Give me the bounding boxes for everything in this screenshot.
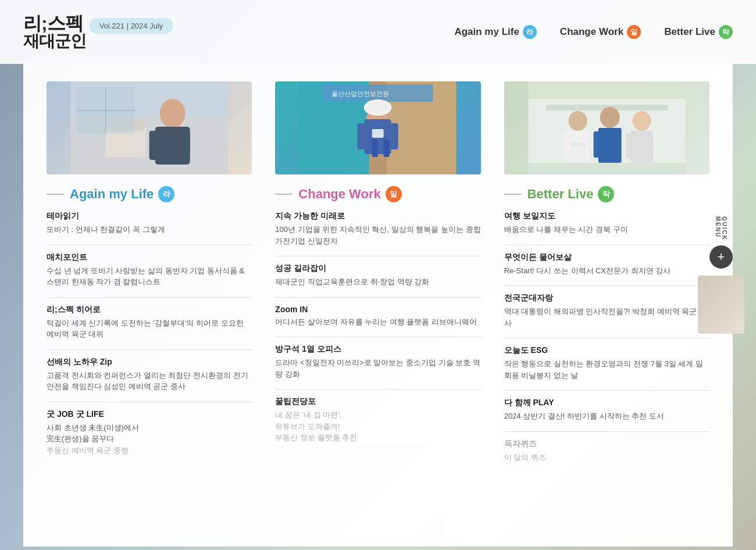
divider (47, 297, 252, 298)
header: 리;스펙 Vol.221 | 2024 July 재대군인 Again my L… (0, 0, 756, 64)
quick-menu-plus-button[interactable]: + (709, 245, 733, 269)
nav-change-work[interactable]: Change Work 일 (560, 25, 641, 39)
divider (275, 297, 480, 298)
item-title: 무엇이든 물어보살 (504, 252, 709, 263)
section-title-1: Again my Life 라 (70, 186, 174, 202)
nav-better-live[interactable]: Better Live 락 (664, 25, 733, 39)
column-better-live: Better Live 락 여행 보일지도 배움으로 나를 채우는 시간 경북 … (504, 81, 709, 472)
section-header-2: Change Work 일 (275, 186, 480, 202)
item-title: 테마읽기 (47, 211, 252, 222)
nav-label-3: Better Live (664, 26, 715, 38)
vol-badge: Vol.221 | 2024 July (89, 18, 174, 34)
columns: Again my Life 라 테마읽기 또바기 : 언제나 한결같이 꼭 그렇… (47, 81, 709, 472)
col3-items: 여행 보일지도 배움으로 나를 채우는 시간 경북 구미 무엇이든 물어보살 R… (504, 211, 709, 463)
list-item: 꿀팁전당포 내 꿈은 '내 집 마련', 유튜브가 도와줄게! 부동산 정보 플… (275, 397, 480, 444)
item-title: 매치포인트 (47, 252, 252, 263)
svg-rect-23 (384, 140, 390, 157)
col-image-3 (504, 81, 709, 174)
item-title: 오늘도 ESG (504, 345, 709, 356)
item-desc: 수십 년 넘게 또바기 사랑받는 삶의 동반자 기업 동서식품 & 스탠리 한재… (47, 265, 252, 288)
list-item: 전국군대자랑 역대 대통령이 해외파병 민사작전을?! 박정희 예비역 육군 상… (504, 293, 709, 328)
svg-rect-40 (569, 142, 586, 147)
nav-badge-2: 일 (627, 25, 641, 39)
nav-label-1: Again my Life (454, 26, 519, 38)
list-item: 선배의 노하우 Zip 고품격 전시회와 컨퍼런스가 열리는 최첨단 전시환경의… (47, 357, 252, 392)
list-item: 지속 가능한 미래로 100년 기업을 위한 지속적인 혁신, 일상의 행복을 … (275, 211, 480, 247)
thumbnail-image (698, 276, 744, 334)
divider (504, 431, 709, 432)
item-desc: 제대군인 직업교육훈련으로 취·창업 역량 강화 (275, 276, 480, 288)
svg-rect-4 (149, 131, 161, 160)
svg-rect-20 (358, 123, 368, 149)
svg-rect-22 (372, 140, 378, 157)
list-item: 방구석 1열 오피스 드라마 <청일전자 미쓰리>로 알아보는 중소기업 기술 … (275, 344, 480, 380)
svg-rect-35 (611, 131, 620, 158)
svg-text:울산산업안전보건원: 울산산업안전보건원 (331, 90, 389, 97)
quick-menu-thumbnail (698, 276, 744, 334)
divider (47, 349, 252, 350)
list-item: 여행 보일지도 배움으로 나를 채우는 시간 경북 구미 (504, 211, 709, 235)
svg-point-32 (600, 107, 619, 128)
section-title-2: Change Work 일 (298, 186, 401, 202)
item-title: 다 함께 PLAY (504, 398, 709, 408)
item-title: 굿 JOB 굿 LIFE (47, 409, 252, 420)
logo-title: 리;스펙 (23, 13, 83, 34)
item-desc: Re-Start! 다시 쓰는 이력서 CX전문가 최지연 강사 (504, 265, 709, 277)
divider (504, 338, 709, 338)
svg-rect-38 (626, 134, 634, 158)
section-header-1: Again my Life 라 (47, 186, 252, 202)
col2-items: 지속 가능한 미래로 100년 기업을 위한 지속적인 혁신, 일상의 행복을 … (275, 211, 480, 444)
item-title: 여행 보일지도 (504, 211, 709, 222)
item-title: 선배의 노하우 Zip (47, 357, 252, 367)
section-line-3 (504, 194, 522, 195)
list-item: 리;스펙 히어로 턱걸이 세계 신기록에 도전하는 '강철부대'의 히어로 오요… (47, 305, 252, 340)
section-line-2 (275, 194, 293, 195)
item-desc: 2024 상반기 결산! 하반기를 시작하는 추천 도서 (504, 410, 709, 422)
list-item: 다 함께 PLAY 2024 상반기 결산! 하반기를 시작하는 추천 도서 (504, 398, 709, 422)
quick-menu-label: QUICKMENU (715, 216, 728, 241)
svg-rect-5 (179, 131, 190, 160)
item-desc: 이 달의 퀴즈 (504, 452, 709, 463)
nav-badge-1: 라 (523, 25, 537, 39)
col1-items: 테마읽기 또바기 : 언제나 한결같이 꼭 그렇게 매치포인트 수십 년 넘게 … (47, 211, 252, 456)
main-content: Again my Life 라 테마읽기 또바기 : 언제나 한결같이 꼭 그렇… (23, 64, 733, 547)
svg-rect-24 (372, 129, 384, 138)
item-title: 꿀팁전당포 (275, 397, 480, 407)
item-title: 리;스펙 히어로 (47, 305, 252, 315)
svg-point-18 (364, 99, 392, 116)
col-image-2: 울산산업안전보건원 (275, 81, 480, 174)
divider (504, 245, 709, 245)
svg-rect-34 (593, 131, 602, 158)
column-again-my-life: Again my Life 라 테마읽기 또바기 : 언제나 한결같이 꼭 그렇… (47, 81, 252, 472)
divider (47, 245, 252, 245)
divider (275, 337, 480, 337)
list-item: 무엇이든 물어보살 Re-Start! 다시 쓰는 이력서 CX전문가 최지연 … (504, 252, 709, 277)
section-line-1 (47, 194, 64, 195)
item-desc: 또바기 : 언제나 한결같이 꼭 그렇게 (47, 224, 252, 235)
item-desc: 100년 기업을 위한 지속적인 혁신, 일상의 행복을 높이는 종합 가전기업… (275, 224, 480, 247)
list-item: 매치포인트 수십 년 넘게 또바기 사랑받는 삶의 동반자 기업 동서식품 & … (47, 252, 252, 288)
svg-point-28 (568, 111, 587, 131)
list-item: 성공 길라잡이 제대군인 직업교육훈련으로 취·창업 역량 강화 (275, 263, 480, 288)
svg-rect-41 (528, 163, 685, 174)
divider (504, 285, 709, 286)
divider (504, 390, 709, 391)
list-item: 오늘도 ESG 작은 행동으로 실천하는 환경오염과의 전쟁 7월 3일 세계 … (504, 345, 709, 381)
item-desc: 드라마 <청일전자 미쓰리>로 알아보는 중소기업 기술 보호 역량 강화 (275, 357, 480, 380)
item-desc: 작은 행동으로 실천하는 환경오염과의 전쟁 7월 3일 세계 일회용 비닐봉지… (504, 358, 709, 381)
list-item: Zoom IN 어디서든 살아보며 자유를 누리는 여행 플랫폼 리브애니웨어 (275, 305, 480, 328)
item-title: 전국군대자랑 (504, 293, 709, 303)
item-desc: 배움으로 나를 채우는 시간 경북 구미 (504, 224, 709, 235)
item-desc: 내 꿈은 '내 집 마련', 유튜브가 도와줄게! 부동산 정보 플랫폼 추천 (275, 409, 480, 444)
list-item: 테마읽기 또바기 : 언제나 한결같이 꼭 그렇게 (47, 211, 252, 235)
item-desc: 고품격 전시회와 컨퍼런스가 열리는 최첨단 전시환경의 전기안전을 책임진다 … (47, 370, 252, 392)
item-desc: 턱걸이 세계 신기록에 도전하는 '강철부대'의 히어로 오요한 예비역 육군 … (47, 317, 252, 340)
item-title: 방구석 1열 오피스 (275, 344, 480, 355)
column-change-work: 울산산업안전보건원 (275, 81, 480, 472)
divider (275, 256, 480, 256)
nav-again-my-life[interactable]: Again my Life 라 (454, 25, 536, 39)
section-header-3: Better Live 락 (504, 186, 709, 202)
nav-badge-3: 락 (719, 25, 733, 39)
item-title: 지속 가능한 미래로 (275, 211, 480, 222)
item-desc: 역대 대통령이 해외파병 민사작전을?! 박정희 예비역 육군 상사 (504, 306, 709, 328)
